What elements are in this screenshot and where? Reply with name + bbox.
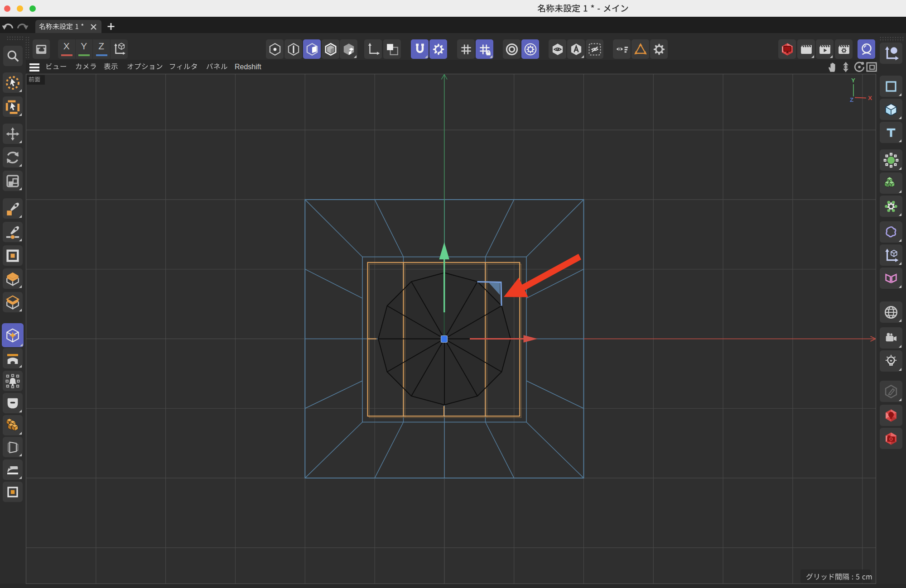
svg-text:Y: Y (851, 77, 855, 84)
svg-text:Redshift: Redshift (235, 63, 261, 71)
svg-text:X: X (868, 95, 872, 101)
svg-text:Z: Z (850, 96, 853, 103)
